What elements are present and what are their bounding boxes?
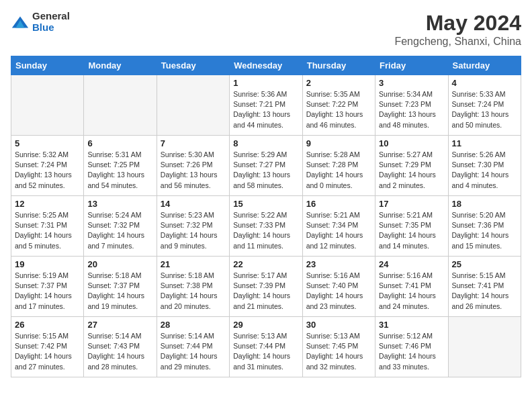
calendar-cell: 5Sunrise: 5:32 AM Sunset: 7:24 PM Daylig… bbox=[11, 136, 84, 196]
day-number: 15 bbox=[233, 199, 298, 209]
day-info: Sunrise: 5:28 AM Sunset: 7:28 PM Dayligh… bbox=[306, 150, 371, 191]
calendar-cell: 1Sunrise: 5:36 AM Sunset: 7:21 PM Daylig… bbox=[230, 75, 302, 136]
day-info: Sunrise: 5:27 AM Sunset: 7:29 PM Dayligh… bbox=[379, 150, 444, 191]
calendar-cell: 18Sunrise: 5:20 AM Sunset: 7:36 PM Dayli… bbox=[448, 196, 521, 257]
day-number: 7 bbox=[161, 138, 226, 148]
day-info: Sunrise: 5:15 AM Sunset: 7:41 PM Dayligh… bbox=[452, 271, 517, 312]
calendar-cell: 12Sunrise: 5:25 AM Sunset: 7:31 PM Dayli… bbox=[11, 196, 84, 257]
logo-blue: Blue bbox=[32, 22, 70, 34]
calendar-cell: 19Sunrise: 5:19 AM Sunset: 7:37 PM Dayli… bbox=[11, 257, 84, 317]
day-number: 6 bbox=[87, 138, 152, 148]
day-number: 8 bbox=[233, 138, 298, 148]
weekday-header: Wednesday bbox=[230, 56, 302, 75]
day-number: 3 bbox=[379, 78, 444, 88]
weekday-header: Saturday bbox=[448, 56, 521, 75]
calendar-cell: 4Sunrise: 5:33 AM Sunset: 7:24 PM Daylig… bbox=[448, 75, 521, 136]
day-info: Sunrise: 5:16 AM Sunset: 7:40 PM Dayligh… bbox=[306, 271, 371, 312]
logo: General Blue bbox=[11, 11, 70, 33]
day-number: 10 bbox=[379, 138, 444, 148]
calendar-week-row: 5Sunrise: 5:32 AM Sunset: 7:24 PM Daylig… bbox=[11, 136, 521, 196]
day-info: Sunrise: 5:21 AM Sunset: 7:34 PM Dayligh… bbox=[306, 210, 371, 251]
day-number: 24 bbox=[379, 259, 444, 269]
calendar-cell: 17Sunrise: 5:21 AM Sunset: 7:35 PM Dayli… bbox=[375, 196, 448, 257]
logo-icon bbox=[11, 13, 30, 32]
calendar-cell: 24Sunrise: 5:16 AM Sunset: 7:41 PM Dayli… bbox=[375, 257, 448, 317]
day-info: Sunrise: 5:15 AM Sunset: 7:42 PM Dayligh… bbox=[15, 331, 80, 372]
calendar-cell: 31Sunrise: 5:12 AM Sunset: 7:46 PM Dayli… bbox=[375, 317, 448, 377]
calendar-cell: 14Sunrise: 5:23 AM Sunset: 7:32 PM Dayli… bbox=[157, 196, 229, 257]
day-info: Sunrise: 5:23 AM Sunset: 7:32 PM Dayligh… bbox=[161, 210, 226, 251]
calendar-cell: 2Sunrise: 5:35 AM Sunset: 7:22 PM Daylig… bbox=[302, 75, 375, 136]
day-info: Sunrise: 5:21 AM Sunset: 7:35 PM Dayligh… bbox=[379, 210, 444, 251]
day-info: Sunrise: 5:13 AM Sunset: 7:44 PM Dayligh… bbox=[233, 331, 298, 372]
day-info: Sunrise: 5:18 AM Sunset: 7:37 PM Dayligh… bbox=[87, 271, 152, 312]
calendar-cell: 21Sunrise: 5:18 AM Sunset: 7:38 PM Dayli… bbox=[157, 257, 229, 317]
day-number: 27 bbox=[87, 320, 152, 330]
calendar-cell bbox=[448, 317, 521, 377]
calendar-cell: 11Sunrise: 5:26 AM Sunset: 7:30 PM Dayli… bbox=[448, 136, 521, 196]
day-number: 2 bbox=[306, 78, 371, 88]
day-info: Sunrise: 5:33 AM Sunset: 7:24 PM Dayligh… bbox=[452, 89, 517, 130]
calendar-cell: 16Sunrise: 5:21 AM Sunset: 7:34 PM Dayli… bbox=[302, 196, 375, 257]
calendar-header: SundayMondayTuesdayWednesdayThursdayFrid… bbox=[11, 56, 521, 75]
day-number: 17 bbox=[379, 199, 444, 209]
day-number: 9 bbox=[306, 138, 371, 148]
calendar-week-row: 12Sunrise: 5:25 AM Sunset: 7:31 PM Dayli… bbox=[11, 196, 521, 257]
day-info: Sunrise: 5:34 AM Sunset: 7:23 PM Dayligh… bbox=[379, 89, 444, 130]
day-number: 12 bbox=[15, 199, 80, 209]
day-info: Sunrise: 5:29 AM Sunset: 7:27 PM Dayligh… bbox=[233, 150, 298, 191]
day-number: 22 bbox=[233, 259, 298, 269]
calendar-table: SundayMondayTuesdayWednesdayThursdayFrid… bbox=[11, 56, 521, 377]
calendar-cell: 29Sunrise: 5:13 AM Sunset: 7:44 PM Dayli… bbox=[230, 317, 302, 377]
day-number: 31 bbox=[379, 320, 444, 330]
day-info: Sunrise: 5:16 AM Sunset: 7:41 PM Dayligh… bbox=[379, 271, 444, 312]
day-number: 25 bbox=[452, 259, 517, 269]
calendar-cell: 10Sunrise: 5:27 AM Sunset: 7:29 PM Dayli… bbox=[375, 136, 448, 196]
day-number: 4 bbox=[452, 78, 517, 88]
day-info: Sunrise: 5:35 AM Sunset: 7:22 PM Dayligh… bbox=[306, 89, 371, 130]
calendar-week-row: 26Sunrise: 5:15 AM Sunset: 7:42 PM Dayli… bbox=[11, 317, 521, 377]
calendar-cell: 7Sunrise: 5:30 AM Sunset: 7:26 PM Daylig… bbox=[157, 136, 229, 196]
calendar-cell: 30Sunrise: 5:13 AM Sunset: 7:45 PM Dayli… bbox=[302, 317, 375, 377]
day-info: Sunrise: 5:24 AM Sunset: 7:32 PM Dayligh… bbox=[87, 210, 152, 251]
day-info: Sunrise: 5:13 AM Sunset: 7:45 PM Dayligh… bbox=[306, 331, 371, 372]
calendar-cell: 3Sunrise: 5:34 AM Sunset: 7:23 PM Daylig… bbox=[375, 75, 448, 136]
logo-text: General Blue bbox=[32, 11, 70, 33]
day-info: Sunrise: 5:19 AM Sunset: 7:37 PM Dayligh… bbox=[15, 271, 80, 312]
day-info: Sunrise: 5:20 AM Sunset: 7:36 PM Dayligh… bbox=[452, 210, 517, 251]
day-number: 14 bbox=[161, 199, 226, 209]
calendar-cell: 25Sunrise: 5:15 AM Sunset: 7:41 PM Dayli… bbox=[448, 257, 521, 317]
day-info: Sunrise: 5:31 AM Sunset: 7:25 PM Dayligh… bbox=[87, 150, 152, 191]
day-number: 11 bbox=[452, 138, 517, 148]
calendar-cell: 8Sunrise: 5:29 AM Sunset: 7:27 PM Daylig… bbox=[230, 136, 302, 196]
day-number: 1 bbox=[233, 78, 298, 88]
day-number: 18 bbox=[452, 199, 517, 209]
day-info: Sunrise: 5:14 AM Sunset: 7:44 PM Dayligh… bbox=[161, 331, 226, 372]
day-number: 29 bbox=[233, 320, 298, 330]
day-number: 23 bbox=[306, 259, 371, 269]
day-number: 19 bbox=[15, 259, 80, 269]
day-number: 28 bbox=[161, 320, 226, 330]
day-info: Sunrise: 5:36 AM Sunset: 7:21 PM Dayligh… bbox=[233, 89, 298, 130]
day-info: Sunrise: 5:26 AM Sunset: 7:30 PM Dayligh… bbox=[452, 150, 517, 191]
day-number: 26 bbox=[15, 320, 80, 330]
calendar-cell: 9Sunrise: 5:28 AM Sunset: 7:28 PM Daylig… bbox=[302, 136, 375, 196]
weekday-header: Thursday bbox=[302, 56, 375, 75]
calendar-cell bbox=[11, 75, 84, 136]
calendar-cell: 20Sunrise: 5:18 AM Sunset: 7:37 PM Dayli… bbox=[84, 257, 157, 317]
calendar-week-row: 1Sunrise: 5:36 AM Sunset: 7:21 PM Daylig… bbox=[11, 75, 521, 136]
page-header: General Blue May 2024 Fengcheng, Shanxi,… bbox=[11, 11, 521, 48]
calendar-cell: 23Sunrise: 5:16 AM Sunset: 7:40 PM Dayli… bbox=[302, 257, 375, 317]
title-block: May 2024 Fengcheng, Shanxi, China bbox=[394, 11, 521, 48]
calendar-subtitle: Fengcheng, Shanxi, China bbox=[394, 36, 521, 48]
weekday-header: Tuesday bbox=[157, 56, 229, 75]
day-number: 5 bbox=[15, 138, 80, 148]
day-info: Sunrise: 5:18 AM Sunset: 7:38 PM Dayligh… bbox=[161, 271, 226, 312]
day-info: Sunrise: 5:12 AM Sunset: 7:46 PM Dayligh… bbox=[379, 331, 444, 372]
day-info: Sunrise: 5:25 AM Sunset: 7:31 PM Dayligh… bbox=[15, 210, 80, 251]
logo-general: General bbox=[32, 11, 70, 22]
weekday-header: Sunday bbox=[11, 56, 84, 75]
day-number: 16 bbox=[306, 199, 371, 209]
weekday-row: SundayMondayTuesdayWednesdayThursdayFrid… bbox=[11, 56, 521, 75]
calendar-cell: 28Sunrise: 5:14 AM Sunset: 7:44 PM Dayli… bbox=[157, 317, 229, 377]
